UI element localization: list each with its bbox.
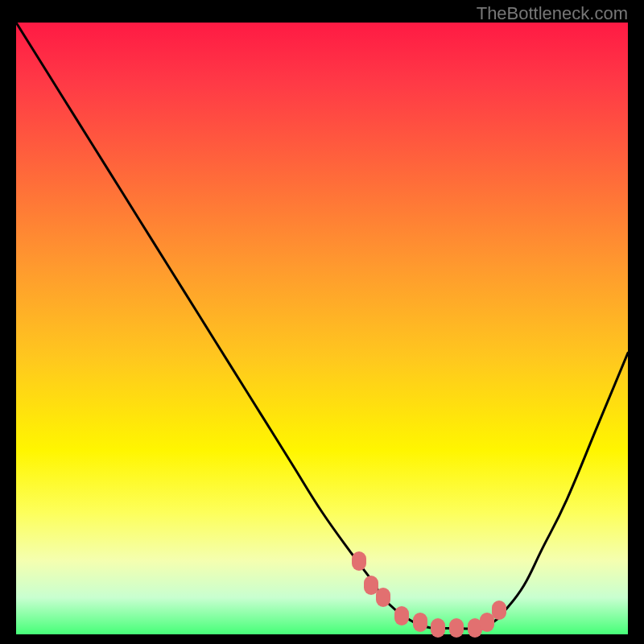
optimal-marker [394, 606, 409, 625]
optimal-marker [352, 551, 366, 571]
optimal-marker [492, 601, 506, 620]
attribution-text: TheBottleneck.com [477, 3, 628, 24]
optimal-marker [449, 618, 464, 638]
optimal-marker [431, 618, 445, 638]
optimal-marker [413, 613, 427, 632]
optimal-range-markers [16, 23, 628, 634]
optimal-marker [376, 588, 390, 607]
chart-frame [16, 23, 628, 634]
